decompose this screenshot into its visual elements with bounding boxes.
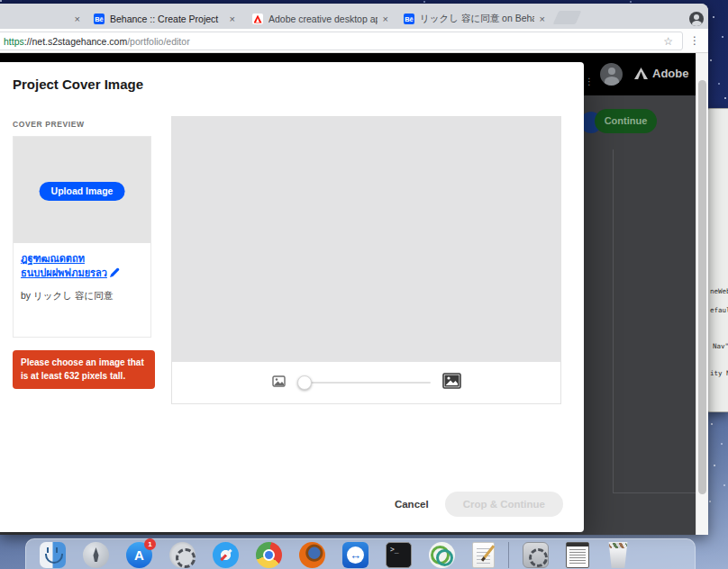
browser-menu-icon[interactable]: ⋮ [689,34,700,47]
dock-teamviewer-icon[interactable]: ↔ [342,542,369,568]
adobe-logo-text: Adobe [652,67,688,80]
page-scrollbar[interactable] [696,53,708,535]
code-fragment: neWeb [710,287,728,295]
tab-adobe-apps[interactable]: Adobe creative desktop apps × [245,9,395,29]
modal-footer: Cancel Crop & Continue [395,492,563,517]
header-overflow-icon[interactable]: ⋮ [585,77,594,86]
modal-title: Project Cover Image [13,77,143,92]
zoom-slider-handle[interactable] [297,375,312,390]
background-editor-window[interactable]: neWeb efaul Nav" ity N [706,108,728,412]
pencil-icon[interactable] [110,267,120,282]
project-byline: by リックし 容に同意 [21,290,143,303]
dock: A 1 ↔ >_ [25,538,696,569]
zoom-slider-row [172,362,560,403]
user-avatar[interactable] [600,63,623,86]
cover-card-text: ฎฐฑฒณดตถท ธนบปผฝพฟภมยรลว by リックし 容に同意 [14,243,150,303]
code-fragment: ity N [710,369,728,377]
tab-partial[interactable]: × [0,9,86,29]
code-fragment: efaul [710,306,728,314]
url-scheme: https [4,36,24,47]
project-title-line1: ฎฐฑฒณดตถท [21,253,85,264]
url-path: /portfolio/editor [127,36,189,47]
crop-canvas[interactable] [172,117,560,362]
error-banner: Please choose an image that is at least … [13,350,155,389]
desktop: neWeb efaul Nav" ity N × Bē Behance :: C… [0,0,728,569]
scrollbar-thumb[interactable] [698,80,706,494]
dock-chrome-icon[interactable] [256,542,282,568]
project-title-link[interactable]: ฎฐฑฒณดตถท ธนบปผฝพฟภมยรลว [21,252,143,282]
browser-toolbar: https://net.s2stagehance.com/portfolio/e… [0,29,708,53]
tab-title: Behance :: Create Project [110,14,224,24]
dock-launchpad-icon[interactable] [83,542,109,568]
project-cover-image-modal: Project Cover Image COVER PREVIEW Upload… [0,62,584,532]
adobe-favicon-icon [252,14,263,24]
tab-bar: × Bē Behance :: Create Project × Adobe c… [0,4,708,29]
tab-behance-create-project[interactable]: Bē Behance :: Create Project × [86,9,241,29]
continue-button[interactable]: Continue [595,109,657,133]
dock-textedit-icon[interactable] [472,542,495,568]
cover-preview-card: Upload Image ฎฐฑฒณดตถท ธนบปผฝพฟภมยรลว by… [13,136,151,338]
cancel-button[interactable]: Cancel [395,499,429,510]
crop-continue-button[interactable]: Crop & Continue [445,492,563,517]
dock-app-store-icon[interactable]: A 1 [126,542,152,568]
project-title-line2: ธนบปผฝพฟภมยรลว [21,267,107,278]
cover-preview-label: COVER PREVIEW [13,120,85,129]
behance-favicon-icon: Bē [404,14,414,24]
tab-close-icon[interactable]: × [75,14,80,24]
dock-terminal-icon[interactable]: >_ [386,542,412,568]
zoom-out-image-icon [272,375,286,391]
dock-safari-icon[interactable] [213,542,239,568]
adobe-mark-icon [634,68,648,79]
crop-panel [171,116,561,404]
address-bar[interactable]: https://net.s2stagehance.com/portfolio/e… [0,32,683,50]
dock-system-preferences-icon[interactable] [169,542,196,568]
page-viewport: Adobe ⋮ Continue Project Cover Image COV… [0,53,708,535]
behance-favicon-icon: Bē [94,14,105,24]
zoom-in-image-icon [442,373,461,393]
dock-trash-icon[interactable] [606,542,630,568]
dock-finder-icon[interactable] [40,542,66,568]
dock-divider [508,542,509,568]
tab-close-icon[interactable]: × [230,14,235,24]
profile-icon[interactable] [689,12,704,26]
tab-close-icon[interactable]: × [540,14,545,24]
url-host: ://net.s2stagehance.com [24,36,127,47]
tab-title: リックし 容に同意 on Behance [420,13,534,25]
terminal-prompt: >_ [390,546,399,554]
starfield [0,0,2,2]
browser-window: × Bē Behance :: Create Project × Adobe c… [0,4,708,535]
app-store-badge: 1 [144,538,156,550]
adobe-logo: Adobe [634,67,688,80]
zoom-slider[interactable] [297,375,431,390]
upload-image-button[interactable]: Upload Image [40,182,125,201]
tab-close-icon[interactable]: × [383,14,388,24]
tab-behance-user[interactable]: Bē リックし 容に同意 on Behance × [396,9,551,29]
dock-document-window-icon[interactable] [566,542,589,568]
background-content-outline [613,149,708,493]
code-fragment: Nav" [713,342,728,350]
new-tab-button[interactable] [553,11,582,24]
dock-firefox-icon[interactable] [299,542,325,568]
dock-utility-icon[interactable] [523,542,549,568]
cover-placeholder: Upload Image [14,137,150,243]
bookmark-star-icon[interactable]: ☆ [663,35,673,48]
dock-anyconnect-icon[interactable] [429,542,455,568]
tab-title: Adobe creative desktop apps [268,14,378,24]
teamviewer-arrows: ↔ [342,542,369,568]
app-store-letter: A [134,547,144,563]
